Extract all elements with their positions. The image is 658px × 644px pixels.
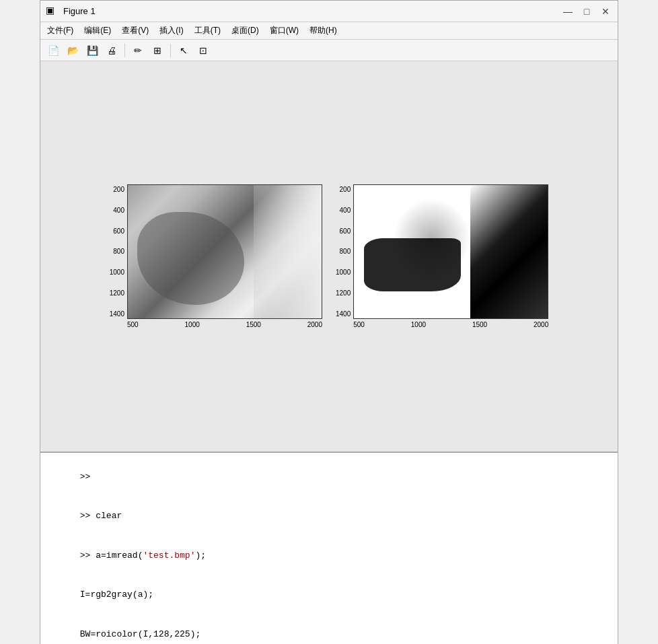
maximize-button[interactable]: □ bbox=[580, 5, 593, 18]
cmd-imread-end: ); bbox=[195, 550, 206, 561]
menu-file[interactable]: 文件(F) bbox=[43, 24, 77, 38]
title-bar: ▣ Figure 1 — □ ✕ bbox=[40, 1, 618, 22]
plot2-image[interactable] bbox=[353, 184, 548, 319]
cmd-roicolor: BW=roicolor(I,128,225); bbox=[80, 629, 200, 639]
y-label: 800 bbox=[340, 248, 351, 255]
plots-container: 200 400 600 800 1000 1200 1400 500 bbox=[110, 184, 549, 328]
figure-area: 200 400 600 800 1000 1200 1400 500 bbox=[40, 61, 618, 452]
matlab-icon: ▣ bbox=[46, 5, 59, 18]
cmd-imread: a=imread( bbox=[90, 550, 143, 561]
plot2-with-yaxis: 200 400 600 800 1000 1200 1400 bbox=[336, 184, 548, 328]
menu-desktop[interactable]: 桌面(D) bbox=[227, 24, 263, 38]
toolbar: 📄 📂 💾 🖨 ✏ ⊞ ↖ ⊡ bbox=[40, 40, 618, 61]
cmd-clear: clear bbox=[90, 511, 122, 521]
x-label: 2000 bbox=[307, 321, 322, 328]
plot1-with-yaxis: 200 400 600 800 1000 1200 1400 500 bbox=[110, 184, 322, 328]
cmd-rgb2gray: I=rgb2gray(a); bbox=[80, 589, 153, 600]
cmd-prompt: >> bbox=[80, 511, 91, 521]
y-label: 1400 bbox=[110, 310, 124, 318]
separator-2 bbox=[170, 44, 171, 57]
cmd-prompt: >> bbox=[80, 550, 91, 561]
plot1-wrapper: 200 400 600 800 1000 1200 1400 500 bbox=[110, 184, 322, 328]
grayscale-content bbox=[128, 185, 322, 318]
menu-view[interactable]: 查看(V) bbox=[118, 24, 153, 38]
command-window[interactable]: >> >> clear >> a=imread('test.bmp'); I=r… bbox=[40, 452, 618, 644]
plot1-and-xaxis: 500 1000 1500 2000 bbox=[127, 184, 322, 328]
plot1-image[interactable] bbox=[127, 184, 322, 319]
window-title: Figure 1 bbox=[63, 6, 96, 16]
bw-content bbox=[354, 185, 548, 318]
cmd-line-5: BW=roicolor(I,128,225); bbox=[48, 614, 610, 644]
y-label: 1000 bbox=[336, 269, 351, 276]
menu-tools[interactable]: 工具(T) bbox=[190, 24, 225, 38]
y-label: 600 bbox=[340, 227, 351, 235]
cmd-line-4: I=rgb2gray(a); bbox=[48, 575, 610, 615]
menu-help[interactable]: 帮助(H) bbox=[305, 24, 341, 38]
open-file-button[interactable]: 📂 bbox=[64, 42, 81, 59]
separator-1 bbox=[124, 44, 125, 57]
x-label: 1500 bbox=[472, 321, 487, 328]
cmd-line-3: >> a=imread('test.bmp'); bbox=[48, 536, 610, 575]
x-label: 1000 bbox=[411, 321, 426, 328]
x-label: 500 bbox=[127, 321, 139, 328]
title-bar-left: ▣ Figure 1 bbox=[46, 5, 96, 18]
y-label: 1200 bbox=[110, 289, 124, 297]
print-button[interactable]: 🖨 bbox=[103, 42, 120, 59]
y-label: 1000 bbox=[110, 269, 124, 276]
bw-dots bbox=[393, 199, 470, 279]
save-button[interactable]: 💾 bbox=[83, 42, 101, 59]
y-label: 600 bbox=[113, 227, 124, 235]
close-button[interactable]: ✕ bbox=[599, 5, 612, 18]
new-file-button[interactable]: 📄 bbox=[44, 42, 62, 59]
x-label: 1000 bbox=[185, 321, 200, 328]
plot2-x-axis: 500 1000 1500 2000 bbox=[353, 319, 548, 328]
matlab-figure-window: ▣ Figure 1 — □ ✕ 文件(F) 编辑(E) 查看(V) 插入(I)… bbox=[40, 0, 618, 644]
menu-edit[interactable]: 编辑(E) bbox=[80, 24, 115, 38]
pointer-button[interactable]: ↖ bbox=[175, 42, 192, 59]
cmd-line-1: >> bbox=[48, 457, 610, 497]
plot2-y-axis: 200 400 600 800 1000 1200 1400 bbox=[336, 184, 353, 319]
y-label: 1200 bbox=[336, 289, 351, 297]
menu-bar: 文件(F) 编辑(E) 查看(V) 插入(I) 工具(T) 桌面(D) 窗口(W… bbox=[40, 22, 618, 40]
zoom-button[interactable]: ⊡ bbox=[194, 42, 212, 59]
plot2-and-xaxis: 500 1000 1500 2000 bbox=[353, 184, 548, 328]
y-label: 400 bbox=[340, 207, 351, 214]
y-label: 800 bbox=[113, 248, 124, 255]
cmd-string-testbmp: 'test.bmp' bbox=[143, 550, 195, 561]
edit-button[interactable]: ✏ bbox=[129, 42, 147, 59]
plot1-x-axis: 500 1000 1500 2000 bbox=[127, 319, 322, 328]
y-label: 400 bbox=[113, 207, 124, 214]
y-label: 1400 bbox=[336, 310, 351, 318]
y-label: 200 bbox=[113, 186, 124, 193]
menu-window[interactable]: 窗口(W) bbox=[266, 24, 303, 38]
x-label: 1500 bbox=[246, 321, 261, 328]
window-controls: — □ ✕ bbox=[561, 5, 612, 18]
minimize-button[interactable]: — bbox=[561, 5, 575, 18]
cmd-line-2: >> clear bbox=[48, 497, 610, 536]
x-label: 2000 bbox=[534, 321, 548, 328]
plot1-y-axis: 200 400 600 800 1000 1200 1400 bbox=[110, 184, 127, 319]
plot2-wrapper: 200 400 600 800 1000 1200 1400 bbox=[336, 184, 548, 328]
grid-button[interactable]: ⊞ bbox=[149, 42, 166, 59]
cmd-prompt: >> bbox=[80, 472, 91, 482]
y-label: 200 bbox=[340, 186, 351, 193]
menu-insert[interactable]: 插入(I) bbox=[155, 24, 187, 38]
x-label: 500 bbox=[353, 321, 365, 328]
